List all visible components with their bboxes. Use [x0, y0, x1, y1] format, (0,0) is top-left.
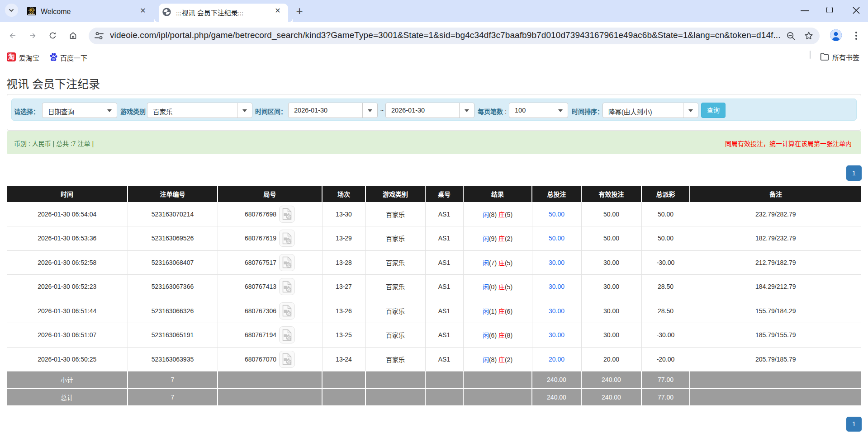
- svg-text:du: du: [52, 57, 55, 60]
